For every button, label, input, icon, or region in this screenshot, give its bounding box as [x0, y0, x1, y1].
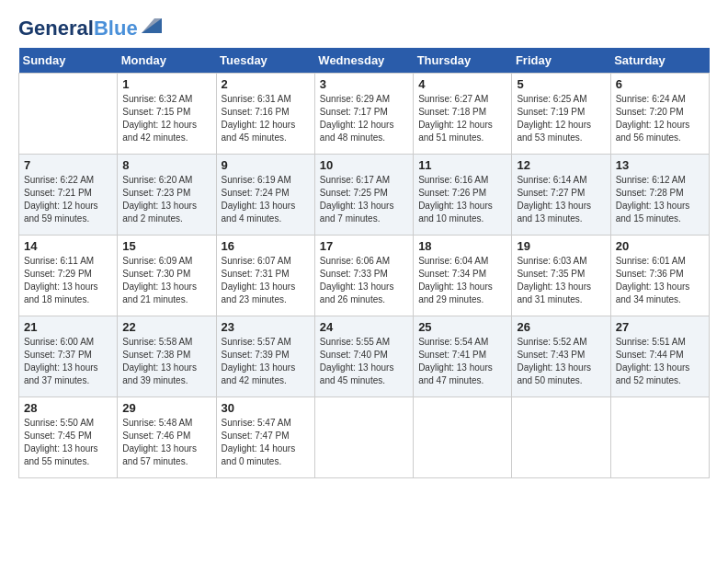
day-info: Sunrise: 5:51 AM Sunset: 7:44 PM Dayligh… [616, 336, 704, 387]
week-row-1: 1Sunrise: 6:32 AM Sunset: 7:15 PM Daylig… [19, 74, 710, 155]
day-info: Sunrise: 6:12 AM Sunset: 7:28 PM Dayligh… [616, 174, 704, 225]
day-info: Sunrise: 6:27 AM Sunset: 7:18 PM Dayligh… [418, 93, 506, 144]
day-info: Sunrise: 6:32 AM Sunset: 7:15 PM Dayligh… [122, 93, 210, 144]
day-info: Sunrise: 5:54 AM Sunset: 7:41 PM Dayligh… [418, 336, 506, 387]
day-info: Sunrise: 6:25 AM Sunset: 7:19 PM Dayligh… [517, 93, 605, 144]
calendar-cell: 2Sunrise: 6:31 AM Sunset: 7:16 PM Daylig… [216, 74, 314, 155]
day-number: 17 [320, 239, 408, 253]
calendar-cell: 10Sunrise: 6:17 AM Sunset: 7:25 PM Dayli… [314, 155, 413, 236]
calendar-cell: 21Sunrise: 6:00 AM Sunset: 7:37 PM Dayli… [19, 316, 118, 397]
day-info: Sunrise: 6:04 AM Sunset: 7:34 PM Dayligh… [418, 255, 506, 306]
calendar-cell: 4Sunrise: 6:27 AM Sunset: 7:18 PM Daylig… [414, 74, 512, 155]
day-number: 12 [517, 158, 605, 172]
day-info: Sunrise: 6:11 AM Sunset: 7:29 PM Dayligh… [24, 255, 112, 306]
calendar-cell: 30Sunrise: 5:47 AM Sunset: 7:47 PM Dayli… [216, 397, 314, 478]
day-info: Sunrise: 5:57 AM Sunset: 7:39 PM Dayligh… [222, 336, 310, 387]
calendar-cell: 26Sunrise: 5:52 AM Sunset: 7:43 PM Dayli… [512, 316, 610, 397]
day-number: 6 [616, 77, 704, 91]
week-row-5: 28Sunrise: 5:50 AM Sunset: 7:45 PM Dayli… [19, 397, 710, 478]
day-info: Sunrise: 6:22 AM Sunset: 7:21 PM Dayligh… [24, 174, 112, 225]
calendar-cell: 25Sunrise: 5:54 AM Sunset: 7:41 PM Dayli… [414, 316, 512, 397]
day-info: Sunrise: 6:17 AM Sunset: 7:25 PM Dayligh… [320, 174, 408, 225]
day-number: 23 [222, 320, 310, 334]
day-number: 21 [24, 320, 112, 334]
day-number: 1 [122, 77, 210, 91]
day-number: 14 [24, 239, 112, 253]
calendar-cell: 11Sunrise: 6:16 AM Sunset: 7:26 PM Dayli… [414, 155, 512, 236]
calendar-table: SundayMondayTuesdayWednesdayThursdayFrid… [18, 48, 710, 478]
calendar-cell [19, 74, 118, 155]
header-monday: Monday [118, 48, 216, 74]
day-info: Sunrise: 6:19 AM Sunset: 7:24 PM Dayligh… [222, 174, 310, 225]
day-number: 24 [320, 320, 408, 334]
calendar-cell: 7Sunrise: 6:22 AM Sunset: 7:21 PM Daylig… [19, 155, 118, 236]
calendar-cell: 27Sunrise: 5:51 AM Sunset: 7:44 PM Dayli… [610, 316, 709, 397]
page-header: GeneralBlue [18, 18, 710, 39]
calendar-cell: 17Sunrise: 6:06 AM Sunset: 7:33 PM Dayli… [314, 236, 413, 316]
day-number: 7 [24, 158, 112, 172]
day-info: Sunrise: 6:07 AM Sunset: 7:31 PM Dayligh… [222, 255, 310, 306]
day-info: Sunrise: 5:55 AM Sunset: 7:40 PM Dayligh… [320, 336, 408, 387]
day-number: 29 [122, 401, 210, 415]
day-number: 10 [320, 158, 408, 172]
day-number: 15 [122, 239, 210, 253]
day-number: 11 [418, 158, 506, 172]
day-number: 2 [222, 77, 310, 91]
day-number: 28 [24, 401, 112, 415]
header-row: SundayMondayTuesdayWednesdayThursdayFrid… [19, 48, 710, 74]
day-info: Sunrise: 6:29 AM Sunset: 7:17 PM Dayligh… [320, 93, 408, 144]
day-info: Sunrise: 6:16 AM Sunset: 7:26 PM Dayligh… [418, 174, 506, 225]
day-info: Sunrise: 6:00 AM Sunset: 7:37 PM Dayligh… [24, 336, 112, 387]
day-number: 25 [418, 320, 506, 334]
header-sunday: Sunday [19, 48, 118, 74]
day-info: Sunrise: 6:31 AM Sunset: 7:16 PM Dayligh… [222, 93, 310, 144]
day-number: 8 [122, 158, 210, 172]
header-friday: Friday [512, 48, 610, 74]
svg-marker-1 [142, 18, 162, 33]
day-info: Sunrise: 6:14 AM Sunset: 7:27 PM Dayligh… [517, 174, 605, 225]
day-info: Sunrise: 6:03 AM Sunset: 7:35 PM Dayligh… [517, 255, 605, 306]
calendar-cell: 18Sunrise: 6:04 AM Sunset: 7:34 PM Dayli… [414, 236, 512, 316]
day-info: Sunrise: 5:50 AM Sunset: 7:45 PM Dayligh… [24, 417, 112, 468]
calendar-cell: 1Sunrise: 6:32 AM Sunset: 7:15 PM Daylig… [118, 74, 216, 155]
calendar-cell: 29Sunrise: 5:48 AM Sunset: 7:46 PM Dayli… [118, 397, 216, 478]
day-number: 26 [517, 320, 605, 334]
day-number: 16 [222, 239, 310, 253]
day-number: 4 [418, 77, 506, 91]
calendar-cell: 28Sunrise: 5:50 AM Sunset: 7:45 PM Dayli… [19, 397, 118, 478]
calendar-cell: 5Sunrise: 6:25 AM Sunset: 7:19 PM Daylig… [512, 74, 610, 155]
day-info: Sunrise: 6:09 AM Sunset: 7:30 PM Dayligh… [122, 255, 210, 306]
calendar-cell: 20Sunrise: 6:01 AM Sunset: 7:36 PM Dayli… [610, 236, 709, 316]
calendar-cell: 12Sunrise: 6:14 AM Sunset: 7:27 PM Dayli… [512, 155, 610, 236]
day-number: 13 [616, 158, 704, 172]
day-info: Sunrise: 6:06 AM Sunset: 7:33 PM Dayligh… [320, 255, 408, 306]
day-info: Sunrise: 5:58 AM Sunset: 7:38 PM Dayligh… [122, 336, 210, 387]
week-row-4: 21Sunrise: 6:00 AM Sunset: 7:37 PM Dayli… [19, 316, 710, 397]
day-number: 20 [616, 239, 704, 253]
calendar-cell [314, 397, 413, 478]
calendar-cell: 15Sunrise: 6:09 AM Sunset: 7:30 PM Dayli… [118, 236, 216, 316]
calendar-cell: 14Sunrise: 6:11 AM Sunset: 7:29 PM Dayli… [19, 236, 118, 316]
day-info: Sunrise: 6:24 AM Sunset: 7:20 PM Dayligh… [616, 93, 704, 144]
day-number: 22 [122, 320, 210, 334]
day-number: 27 [616, 320, 704, 334]
calendar-cell: 22Sunrise: 5:58 AM Sunset: 7:38 PM Dayli… [118, 316, 216, 397]
day-number: 18 [418, 239, 506, 253]
day-info: Sunrise: 6:20 AM Sunset: 7:23 PM Dayligh… [122, 174, 210, 225]
week-row-3: 14Sunrise: 6:11 AM Sunset: 7:29 PM Dayli… [19, 236, 710, 316]
calendar-cell: 6Sunrise: 6:24 AM Sunset: 7:20 PM Daylig… [610, 74, 709, 155]
calendar-cell: 23Sunrise: 5:57 AM Sunset: 7:39 PM Dayli… [216, 316, 314, 397]
day-info: Sunrise: 5:48 AM Sunset: 7:46 PM Dayligh… [122, 417, 210, 468]
day-number: 5 [517, 77, 605, 91]
day-number: 19 [517, 239, 605, 253]
day-number: 9 [222, 158, 310, 172]
calendar-cell: 24Sunrise: 5:55 AM Sunset: 7:40 PM Dayli… [314, 316, 413, 397]
logo-text: GeneralBlue [18, 18, 138, 39]
calendar-cell: 9Sunrise: 6:19 AM Sunset: 7:24 PM Daylig… [216, 155, 314, 236]
calendar-cell: 3Sunrise: 6:29 AM Sunset: 7:17 PM Daylig… [314, 74, 413, 155]
header-saturday: Saturday [610, 48, 709, 74]
day-number: 3 [320, 77, 408, 91]
logo: GeneralBlue [18, 18, 162, 39]
day-info: Sunrise: 6:01 AM Sunset: 7:36 PM Dayligh… [616, 255, 704, 306]
day-number: 30 [222, 401, 310, 415]
